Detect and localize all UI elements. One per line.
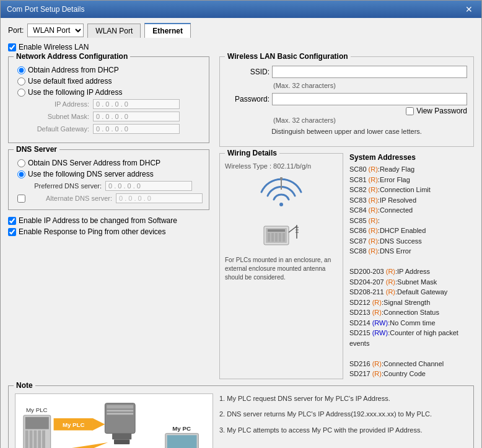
system-addresses-title: System Addresses [349,153,474,162]
view-password-checkbox[interactable] [406,107,414,115]
note-title: Note [14,381,35,390]
system-address-item: SC80 (R):Ready Flag [349,164,474,175]
svg-rect-9 [283,233,285,242]
system-address-item: SC87 (R):DNS Success [349,236,474,247]
ssid-row: SSID: [226,66,467,78]
system-address-item: SC85 (R): [349,216,474,226]
note-text-3: 3. My PLC attempts to access My PC with … [219,425,467,436]
default-gateway-row: Default Gateway: [15,124,203,134]
system-address-item: SD204-207 (R):Subnet Mask [349,277,474,288]
wifi-icon [225,173,338,217]
password-max-chars: (Max. 32 characters) [226,116,467,124]
radio-manual-label: Use the following IP Address [28,88,123,97]
svg-rect-24 [107,405,133,408]
enable-ping-row: Enable Response to Ping from other devic… [8,227,209,236]
window-title: Com Port Setup Details [7,5,84,14]
dns-server-group: DNS Server Obtain DNS Server Address fro… [8,149,209,210]
alternate-dns-checkbox[interactable] [17,195,25,203]
preferred-dns-input[interactable] [105,181,192,191]
distinguish-text: Distinguish between upper and lower case… [226,128,467,135]
close-button[interactable]: ✕ [463,4,475,14]
system-address-item [349,257,474,267]
svg-rect-7 [275,233,278,242]
network-address-group: Network Address Configuration Obtain Add… [8,56,209,143]
svg-rect-26 [107,413,133,415]
ssid-input[interactable] [272,66,467,78]
radio-dns-dhcp-label: Obtain DNS Server Address from DHCP [28,159,160,167]
svg-rect-27 [112,433,131,439]
enable-wireless-row: Enable Wireless LAN [8,43,474,51]
alternate-dns-label: Alternate DNS server: [25,195,112,202]
enable-ping-checkbox[interactable] [8,228,16,236]
svg-marker-39 [93,418,105,430]
system-address-item [349,348,474,359]
svg-rect-31 [167,435,197,448]
system-addresses: System Addresses SC80 (R):Ready FlagSC81… [349,153,474,379]
svg-rect-4 [268,229,285,232]
dns-server-title: DNS Server [14,145,59,154]
system-address-item: SD216 (R):Connected Channel [349,359,474,369]
password-row: Password: [226,93,467,105]
alternate-dns-input[interactable] [116,193,203,203]
wiring-box: Wiring Details Wireless Type : 802.11/b/… [219,153,343,379]
tab-ethernet[interactable]: Ethernet [144,23,191,38]
preferred-dns-label: Preferred DNS server: [27,182,102,190]
note-section: Note My PLC [8,385,474,449]
enable-ip-change-checkbox[interactable] [8,217,16,225]
svg-text:My PLC: My PLC [26,406,48,413]
radio-dhcp-row: Obtain Address from DHCP [15,66,203,74]
network-address-title: Network Address Configuration [14,52,130,61]
system-address-item: SD217 (R):Country Code [349,369,474,379]
ip-address-label: IP Address: [27,100,89,108]
view-password-label: View Password [416,107,467,115]
svg-rect-28 [114,439,129,444]
enable-wireless-checkbox[interactable] [8,43,16,51]
system-address-item: SD213 (R):Connection Status [349,307,474,318]
svg-rect-19 [33,430,37,448]
wiring-sys-row: Wiring Details Wireless Type : 802.11/b/… [219,153,474,379]
svg-rect-5 [268,233,270,242]
svg-rect-18 [30,430,33,448]
enable-ip-change-row: Enable IP Address to be changed from Sof… [8,216,209,225]
system-address-item: SC83 (R):IP Resolved [349,195,474,206]
svg-rect-25 [107,410,133,411]
wiring-title: Wiring Details [225,149,279,157]
system-address-item: SC82 (R):Connection Limit [349,185,474,195]
subnet-mask-label: Subnet Mask: [27,113,89,120]
svg-rect-21 [42,430,45,448]
default-gateway-input[interactable] [93,124,180,134]
radio-dns-manual[interactable] [17,170,25,178]
preferred-dns-row: Preferred DNS server: [15,181,203,191]
wireless-type: Wireless Type : 802.11/b/g/n [225,162,338,170]
ip-address-input[interactable] [93,99,180,109]
wlan-basic-section: Wireless LAN Basic Configuration SSID: (… [219,56,474,147]
radio-manual-row: Use the following IP Address [15,88,203,97]
password-input[interactable] [272,93,467,105]
subnet-mask-input[interactable] [93,112,180,121]
view-password-row: View Password [226,107,467,115]
radio-manual[interactable] [17,89,25,97]
alternate-dns-row: Alternate DNS server: [15,193,203,203]
radio-default-label: Use default fixed address [28,77,112,86]
svg-rect-8 [279,233,281,242]
system-addresses-list: SC80 (R):Ready FlagSC81 (R):Error FlagSC… [349,164,474,379]
system-address-item: SD208-211 (R):Default Gateway [349,287,474,297]
ssid-max-chars: (Max. 32 characters) [226,82,467,89]
device-diagram [225,220,338,251]
antenna-note: For PLCs mounted in an enclosure, an ext… [225,256,338,282]
svg-rect-20 [38,430,41,448]
tab-wlan[interactable]: WLAN Port [87,24,141,38]
system-address-item: SD215 (RW):Counter of high packet events [349,328,474,348]
svg-marker-40 [69,442,108,449]
radio-dhcp[interactable] [17,66,25,74]
default-gateway-label: Default Gateway: [27,125,89,133]
port-label: Port: [8,26,24,35]
port-select[interactable]: WLAN PortSerial PortUSB Port [27,24,84,37]
radio-default-row: Use default fixed address [15,77,203,86]
note-diagram: My PLC DNS Server [15,393,213,449]
radio-default[interactable] [17,77,25,86]
system-address-item: SD200-203 (R):IP Address [349,266,474,277]
note-text-1: 1. My PLC request DNS server for My PLC'… [219,393,467,405]
radio-dns-dhcp[interactable] [17,159,25,167]
enable-wireless-label: Enable Wireless LAN [19,43,89,51]
